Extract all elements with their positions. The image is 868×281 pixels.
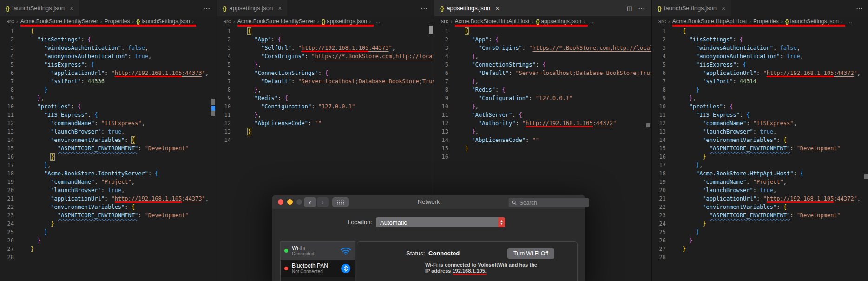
code-line-content[interactable]: }	[14, 228, 47, 236]
code-line[interactable]: 4 "CorsOrigins": "https://*.BookStore.co…	[217, 52, 427, 60]
line-number[interactable]: 9	[434, 94, 448, 102]
line-number[interactable]: 4	[0, 52, 14, 60]
code-line-content[interactable]: "anonymousAuthentication": true,	[666, 52, 803, 60]
line-number[interactable]: 25	[652, 228, 666, 236]
code-line-content[interactable]: },	[666, 94, 696, 102]
code-line-content[interactable]: },	[448, 52, 479, 60]
code-line[interactable]: 21 "applicationUrl": "http://192.168.1.1…	[652, 194, 863, 203]
tab-bar[interactable]: {}appsettings.json×◫⋯	[434, 0, 651, 16]
line-number[interactable]: 2	[434, 35, 448, 44]
editor-pane[interactable]: {}launchSettings.json×⋯src›Acme.BookStor…	[0, 0, 217, 281]
code-line[interactable]: 23 "ASPNETCORE_ENVIRONMENT": "Developmen…	[652, 211, 863, 220]
code-line-content[interactable]: }	[14, 245, 34, 253]
chevron-right-icon[interactable]: ›	[317, 19, 319, 24]
more-actions-icon[interactable]: ⋯	[203, 4, 210, 13]
line-number[interactable]: 6	[652, 69, 666, 77]
editor-actions[interactable]: ◫⋯	[627, 0, 645, 16]
code-line-content[interactable]: "launchBrowser": true,	[666, 127, 776, 136]
code-line[interactable]: 2 "App": {	[217, 35, 427, 44]
url-link[interactable]: :44372	[834, 195, 854, 202]
line-number[interactable]: 15	[0, 144, 14, 153]
line-number[interactable]: 11	[652, 111, 666, 119]
tab-launchsettings-json[interactable]: {}launchSettings.json×	[0, 0, 79, 16]
line-number[interactable]: 27	[0, 245, 14, 253]
breadcrumb-more[interactable]: ...	[590, 18, 595, 25]
tab-label[interactable]: appsettings.json	[447, 5, 490, 12]
code-line[interactable]: 14	[217, 136, 427, 144]
turn-wifi-off-button[interactable]: Turn Wi-Fi Off	[507, 248, 554, 259]
line-number[interactable]: 17	[0, 161, 14, 169]
code-line[interactable]: 18 "Acme.BookStore.IdentityServer": {	[0, 169, 210, 178]
code-line[interactable]: 2 "iisSettings": {	[652, 35, 863, 44]
line-number[interactable]: 11	[0, 111, 14, 119]
more-actions-icon[interactable]: ⋯	[638, 4, 645, 13]
code-line-content[interactable]: "AbpLicenseCode": ""	[231, 119, 322, 127]
code-line-content[interactable]: "applicationUrl": "http://192.168.1.105:…	[666, 194, 861, 203]
line-number[interactable]: 7	[0, 77, 14, 86]
code-line-content[interactable]: "Authority": "http://192.168.1.105:44372…	[448, 119, 616, 127]
code-line[interactable]: 12 "commandName": "IISExpress",	[0, 119, 210, 127]
breadcrumb[interactable]: src›Acme.BookStore.IdentityServer›Proper…	[0, 16, 217, 27]
code-line-content[interactable]: "SelfUrl": "http://192.168.1.105:44373",	[231, 44, 395, 52]
line-number[interactable]: 19	[652, 178, 666, 186]
code-line-content[interactable]: "IIS Express": {	[14, 111, 98, 119]
code-line[interactable]: 10 "Configuration": "127.0.0.1"	[217, 102, 427, 111]
tab-label[interactable]: launchSettings.json	[12, 5, 65, 12]
code-line-content[interactable]: "Redis": {	[231, 94, 288, 102]
code-line[interactable]: 9 },	[0, 94, 210, 102]
code-line-content[interactable]: "windowsAuthentication": false,	[666, 44, 800, 52]
line-number[interactable]: 4	[217, 52, 231, 60]
line-number[interactable]: 18	[0, 169, 14, 178]
code-line-content[interactable]: "ConnectionStrings": {	[448, 60, 546, 69]
code-line[interactable]: 24 }	[0, 220, 210, 228]
code-line-content[interactable]: "Default": "Server=localhost;Database=Bo…	[448, 69, 652, 77]
line-number[interactable]: 24	[652, 220, 666, 228]
line-number[interactable]: 22	[652, 203, 666, 211]
line-number[interactable]: 7	[652, 77, 666, 86]
code-line-content[interactable]: "environmentVariables": {	[14, 136, 135, 144]
line-number[interactable]: 10	[0, 102, 14, 111]
code-line-content[interactable]: },	[448, 77, 479, 86]
breadcrumb-item[interactable]: Acme.BookStore.IdentityServer	[20, 18, 98, 25]
code-line-content[interactable]: "iisExpress": {	[666, 60, 746, 69]
code-line-content[interactable]: "ASPNETCORE_ENVIRONMENT": "Development"	[666, 144, 841, 153]
line-number[interactable]: 11	[217, 111, 231, 119]
json-icon[interactable]: {}	[440, 5, 443, 12]
line-number[interactable]: 16	[0, 153, 14, 161]
chevron-right-icon[interactable]: ›	[668, 19, 670, 24]
code-line[interactable]: 16 }	[652, 153, 863, 161]
code-line-content[interactable]: "environmentVariables": {	[666, 203, 787, 211]
code-line[interactable]: 13 "launchBrowser": true,	[652, 127, 863, 136]
line-number[interactable]: 21	[652, 194, 666, 203]
code-line[interactable]: 5 },	[217, 60, 427, 69]
breadcrumb-item[interactable]: src	[224, 18, 231, 25]
search-input[interactable]	[519, 199, 576, 207]
line-number[interactable]: 3	[434, 44, 448, 52]
line-number[interactable]: 9	[652, 94, 666, 102]
code-area[interactable]: 1{2 "App": {3 "SelfUrl": "http://192.168…	[217, 27, 427, 144]
code-line-content[interactable]: "commandName": "IISExpress",	[14, 119, 145, 127]
line-number[interactable]: 16	[434, 153, 448, 161]
code-line[interactable]: 17 },	[0, 161, 210, 169]
line-number[interactable]: 1	[217, 27, 231, 35]
line-number[interactable]: 14	[0, 136, 14, 144]
code-line-content[interactable]: }	[448, 144, 468, 153]
code-line-content[interactable]: "launchBrowser": true,	[14, 186, 125, 194]
line-number[interactable]: 8	[0, 86, 14, 94]
service-name[interactable]: Wi-Fi	[292, 245, 340, 251]
overview-ruler-mark[interactable]	[211, 99, 215, 105]
code-line[interactable]: 26 }	[652, 236, 863, 245]
line-number[interactable]: 13	[652, 127, 666, 136]
code-line-content[interactable]: "AuthServer": {	[448, 111, 522, 119]
json-icon[interactable]: {}	[658, 5, 661, 12]
line-number[interactable]: 12	[434, 119, 448, 127]
code-line-content[interactable]: "ASPNETCORE_ENVIRONMENT": "Development"	[14, 211, 189, 220]
location-popup[interactable]: Automatic ▲▼	[376, 217, 505, 227]
line-number[interactable]: 26	[0, 236, 14, 245]
code-line-content[interactable]: },	[231, 60, 261, 69]
breadcrumb-item[interactable]: Properties	[753, 18, 779, 25]
url-link[interactable]: :44373	[182, 195, 202, 202]
breadcrumb-more[interactable]: ...	[376, 18, 381, 25]
code-line[interactable]: 14 "environmentVariables": {	[0, 136, 210, 144]
breadcrumb-annotated[interactable]: Acme.BookStore.HttpApi.Host›{}appsetting…	[455, 18, 588, 25]
